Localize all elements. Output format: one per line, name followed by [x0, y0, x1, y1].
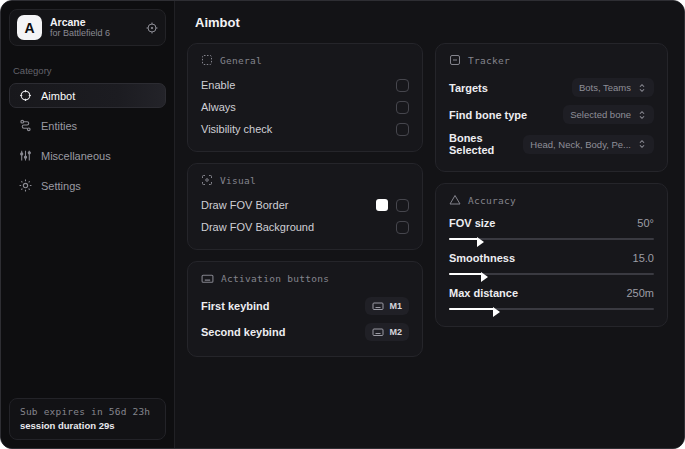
keybind-value: M2: [389, 327, 402, 337]
row-label: Second keybind: [201, 326, 285, 338]
crosshair-icon: [19, 89, 32, 102]
chevrons-up-down-icon: [637, 110, 647, 120]
keyboard-icon: [201, 272, 214, 285]
select-value: Head, Neck, Body, Pe...: [530, 139, 631, 150]
sidebar-item-label: Entities: [41, 120, 77, 132]
find-bone-type-select[interactable]: Selected bone: [563, 105, 654, 124]
card-title: Accuracy: [468, 195, 516, 206]
select-value: Selected bone: [570, 109, 631, 120]
row-label: Draw FOV Border: [201, 199, 288, 211]
row-first-keybind: First keybind M1: [201, 293, 409, 319]
visual-row-fov-border: Draw FOV Border: [201, 194, 409, 216]
card-title: Activation buttons: [221, 273, 329, 284]
sidebar-item-label: Settings: [41, 180, 81, 192]
row-targets: Targets Bots, Teams: [449, 74, 654, 101]
slider-value: 250m: [626, 287, 654, 299]
row-label: FOV size: [449, 217, 495, 229]
row-label: Enable: [201, 79, 235, 91]
row-find-bone-type: Find bone type Selected bone: [449, 101, 654, 128]
app-header[interactable]: A Arcane for Battlefield 6: [9, 9, 166, 46]
category-label: Category: [13, 65, 162, 76]
general-card: General Enable Always Visibility check: [187, 43, 423, 152]
row-label: Targets: [449, 82, 488, 94]
sidebar-item-miscellaneous[interactable]: Miscellaneous: [9, 143, 166, 168]
row-bones-selected: Bones Selected Head, Neck, Body, Pe...: [449, 128, 654, 160]
fov-border-checkbox[interactable]: [396, 199, 409, 212]
row-label: Max distance: [449, 287, 518, 299]
slider-thumb[interactable]: [477, 237, 484, 247]
sub-expiry-text: Sub expires in 56d 23h: [20, 406, 155, 417]
sliders-icon: [19, 149, 32, 162]
row-label: Bones Selected: [449, 132, 523, 156]
targets-select[interactable]: Bots, Teams: [572, 78, 654, 97]
fov-border-color-swatch[interactable]: [376, 199, 388, 211]
row-label: Always: [201, 101, 236, 113]
keyboard-icon: [372, 300, 384, 312]
visibility-check-checkbox[interactable]: [396, 123, 409, 136]
general-row-enable: Enable: [201, 74, 409, 96]
subscription-info: Sub expires in 56d 23h session duration …: [9, 398, 166, 440]
sidebar-nav: Aimbot Entities Miscellaneous Settings: [1, 83, 174, 198]
smoothness-control: Smoothness 15.0: [449, 252, 654, 278]
visual-row-fov-background: Draw FOV Background: [201, 216, 409, 238]
chevrons-up-down-icon: [637, 139, 647, 149]
minus-square-icon: [449, 54, 461, 66]
fov-background-checkbox[interactable]: [396, 221, 409, 234]
always-checkbox[interactable]: [396, 101, 409, 114]
keybind-value: M1: [389, 301, 402, 311]
fov-size-control: FOV size 50°: [449, 217, 654, 243]
slider-thumb[interactable]: [481, 272, 488, 282]
main-content: Aimbot General Enable Alw: [175, 1, 684, 448]
sidebar-item-entities[interactable]: Entities: [9, 113, 166, 138]
accuracy-card: Accuracy FOV size 50°: [435, 183, 668, 327]
general-row-visibility-check: Visibility check: [201, 118, 409, 140]
second-keybind-button[interactable]: M2: [365, 323, 409, 341]
general-row-always: Always: [201, 96, 409, 118]
card-title: Visual: [220, 175, 256, 186]
target-icon[interactable]: [146, 22, 158, 34]
entities-icon: [19, 119, 32, 132]
gear-icon: [19, 179, 32, 192]
max-distance-slider[interactable]: [449, 305, 654, 313]
enable-checkbox[interactable]: [396, 79, 409, 92]
page-title: Aimbot: [195, 15, 668, 30]
app-subtitle: for Battlefield 6: [50, 28, 138, 38]
focus-icon: [201, 174, 213, 186]
row-label: Visibility check: [201, 123, 272, 135]
slider-thumb[interactable]: [493, 307, 500, 317]
slider-value: 50°: [637, 217, 654, 229]
activation-buttons-card: Activation buttons First keybind M1 Seco…: [187, 261, 423, 357]
fov-size-slider[interactable]: [449, 235, 654, 243]
app-name: Arcane: [50, 16, 138, 28]
chevrons-up-down-icon: [637, 83, 647, 93]
row-label: Smoothness: [449, 252, 515, 264]
row-label: Find bone type: [449, 109, 527, 121]
slider-value: 15.0: [633, 252, 654, 264]
tracker-card: Tracker Targets Bots, Teams Find bone ty…: [435, 43, 668, 172]
sidebar-item-label: Miscellaneous: [41, 150, 111, 162]
sidebar-item-aimbot[interactable]: Aimbot: [9, 83, 166, 108]
max-distance-control: Max distance 250m: [449, 287, 654, 313]
triangle-icon: [449, 194, 461, 206]
app-logo: A: [17, 15, 42, 40]
row-label: First keybind: [201, 300, 269, 312]
sidebar-item-label: Aimbot: [41, 90, 75, 102]
select-value: Bots, Teams: [579, 82, 631, 93]
row-label: Draw FOV Background: [201, 221, 314, 233]
sidebar-item-settings[interactable]: Settings: [9, 173, 166, 198]
visual-card: Visual Draw FOV Border Draw FOV Backgrou…: [187, 163, 423, 250]
first-keybind-button[interactable]: M1: [365, 297, 409, 315]
session-duration-text: session duration 29s: [20, 420, 155, 431]
keyboard-icon: [372, 326, 384, 338]
box-select-icon: [201, 54, 213, 66]
card-title: General: [220, 55, 262, 66]
bones-selected-select[interactable]: Head, Neck, Body, Pe...: [523, 135, 654, 154]
sidebar: A Arcane for Battlefield 6 Category Aimb…: [1, 1, 175, 448]
row-second-keybind: Second keybind M2: [201, 319, 409, 345]
smoothness-slider[interactable]: [449, 270, 654, 278]
app-window: A Arcane for Battlefield 6 Category Aimb…: [0, 0, 685, 449]
card-title: Tracker: [468, 55, 510, 66]
